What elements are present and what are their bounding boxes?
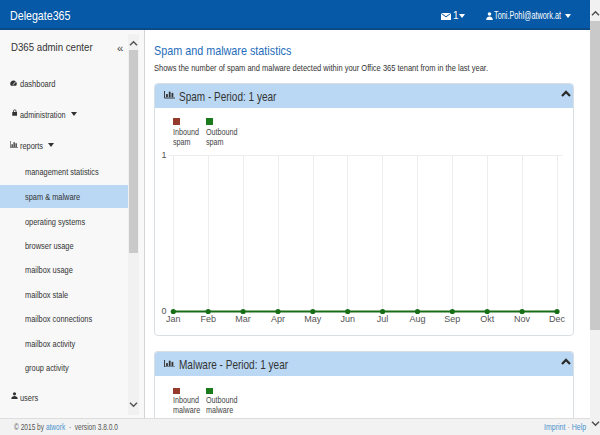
svg-text:Dec: Dec <box>549 314 566 324</box>
svg-text:Nov: Nov <box>514 314 531 324</box>
svg-text:Mar: Mar <box>235 314 251 324</box>
svg-text:Sep: Sep <box>444 314 460 324</box>
svg-text:Okt: Okt <box>480 314 495 324</box>
svg-text:Jun: Jun <box>340 314 355 324</box>
svg-text:Jul: Jul <box>377 314 389 324</box>
svg-text:Apr: Apr <box>271 314 285 324</box>
svg-text:Feb: Feb <box>200 314 216 324</box>
svg-text:Aug: Aug <box>409 314 425 324</box>
svg-text:Jan: Jan <box>166 314 181 324</box>
svg-text:1: 1 <box>161 150 166 160</box>
svg-text:May: May <box>304 314 322 324</box>
